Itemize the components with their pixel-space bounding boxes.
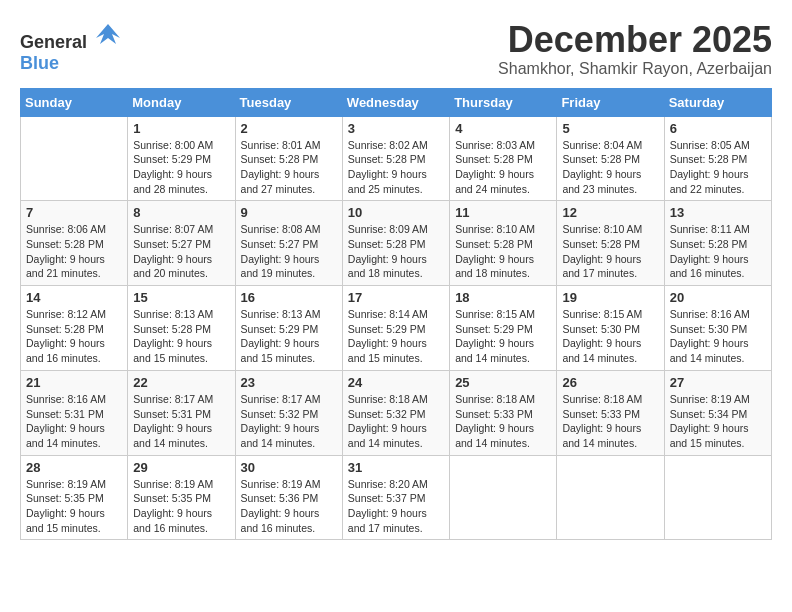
day-info: Sunrise: 8:08 AMSunset: 5:27 PMDaylight:…	[241, 222, 337, 281]
calendar-cell: 29Sunrise: 8:19 AMSunset: 5:35 PMDayligh…	[128, 455, 235, 540]
day-info: Sunrise: 8:07 AMSunset: 5:27 PMDaylight:…	[133, 222, 229, 281]
day-number: 22	[133, 375, 229, 390]
calendar-header-row: SundayMondayTuesdayWednesdayThursdayFrid…	[21, 88, 772, 116]
logo-text: General Blue	[20, 20, 122, 74]
svg-marker-0	[96, 24, 120, 44]
calendar-cell	[450, 455, 557, 540]
calendar-cell: 5Sunrise: 8:04 AMSunset: 5:28 PMDaylight…	[557, 116, 664, 201]
header-day-tuesday: Tuesday	[235, 88, 342, 116]
day-info: Sunrise: 8:20 AMSunset: 5:37 PMDaylight:…	[348, 477, 444, 536]
header-day-friday: Friday	[557, 88, 664, 116]
day-number: 9	[241, 205, 337, 220]
page-header: General Blue December 2025 Shamkhor, Sha…	[20, 20, 772, 78]
calendar-table: SundayMondayTuesdayWednesdayThursdayFrid…	[20, 88, 772, 541]
calendar-cell: 25Sunrise: 8:18 AMSunset: 5:33 PMDayligh…	[450, 370, 557, 455]
calendar-cell: 26Sunrise: 8:18 AMSunset: 5:33 PMDayligh…	[557, 370, 664, 455]
day-number: 25	[455, 375, 551, 390]
day-number: 11	[455, 205, 551, 220]
day-info: Sunrise: 8:16 AMSunset: 5:30 PMDaylight:…	[670, 307, 766, 366]
day-info: Sunrise: 8:17 AMSunset: 5:32 PMDaylight:…	[241, 392, 337, 451]
calendar-cell: 23Sunrise: 8:17 AMSunset: 5:32 PMDayligh…	[235, 370, 342, 455]
day-info: Sunrise: 8:06 AMSunset: 5:28 PMDaylight:…	[26, 222, 122, 281]
day-number: 5	[562, 121, 658, 136]
title-block: December 2025 Shamkhor, Shamkir Rayon, A…	[498, 20, 772, 78]
day-number: 24	[348, 375, 444, 390]
day-number: 4	[455, 121, 551, 136]
calendar-week-row: 1Sunrise: 8:00 AMSunset: 5:29 PMDaylight…	[21, 116, 772, 201]
day-number: 7	[26, 205, 122, 220]
day-info: Sunrise: 8:13 AMSunset: 5:28 PMDaylight:…	[133, 307, 229, 366]
calendar-cell	[664, 455, 771, 540]
day-number: 13	[670, 205, 766, 220]
day-number: 8	[133, 205, 229, 220]
calendar-cell: 9Sunrise: 8:08 AMSunset: 5:27 PMDaylight…	[235, 201, 342, 286]
day-number: 18	[455, 290, 551, 305]
day-info: Sunrise: 8:16 AMSunset: 5:31 PMDaylight:…	[26, 392, 122, 451]
calendar-cell: 3Sunrise: 8:02 AMSunset: 5:28 PMDaylight…	[342, 116, 449, 201]
location-subtitle: Shamkhor, Shamkir Rayon, Azerbaijan	[498, 60, 772, 78]
day-number: 14	[26, 290, 122, 305]
calendar-cell: 27Sunrise: 8:19 AMSunset: 5:34 PMDayligh…	[664, 370, 771, 455]
day-number: 12	[562, 205, 658, 220]
day-number: 20	[670, 290, 766, 305]
calendar-cell: 4Sunrise: 8:03 AMSunset: 5:28 PMDaylight…	[450, 116, 557, 201]
logo: General Blue	[20, 20, 122, 74]
day-number: 6	[670, 121, 766, 136]
calendar-cell: 20Sunrise: 8:16 AMSunset: 5:30 PMDayligh…	[664, 286, 771, 371]
day-number: 28	[26, 460, 122, 475]
calendar-cell: 15Sunrise: 8:13 AMSunset: 5:28 PMDayligh…	[128, 286, 235, 371]
calendar-cell: 12Sunrise: 8:10 AMSunset: 5:28 PMDayligh…	[557, 201, 664, 286]
day-info: Sunrise: 8:03 AMSunset: 5:28 PMDaylight:…	[455, 138, 551, 197]
calendar-cell: 31Sunrise: 8:20 AMSunset: 5:37 PMDayligh…	[342, 455, 449, 540]
day-info: Sunrise: 8:15 AMSunset: 5:30 PMDaylight:…	[562, 307, 658, 366]
day-number: 15	[133, 290, 229, 305]
day-info: Sunrise: 8:17 AMSunset: 5:31 PMDaylight:…	[133, 392, 229, 451]
calendar-cell: 24Sunrise: 8:18 AMSunset: 5:32 PMDayligh…	[342, 370, 449, 455]
header-day-wednesday: Wednesday	[342, 88, 449, 116]
header-day-thursday: Thursday	[450, 88, 557, 116]
day-number: 17	[348, 290, 444, 305]
logo-blue: Blue	[20, 53, 59, 73]
day-info: Sunrise: 8:10 AMSunset: 5:28 PMDaylight:…	[455, 222, 551, 281]
day-info: Sunrise: 8:15 AMSunset: 5:29 PMDaylight:…	[455, 307, 551, 366]
calendar-cell: 22Sunrise: 8:17 AMSunset: 5:31 PMDayligh…	[128, 370, 235, 455]
day-info: Sunrise: 8:19 AMSunset: 5:36 PMDaylight:…	[241, 477, 337, 536]
day-info: Sunrise: 8:19 AMSunset: 5:34 PMDaylight:…	[670, 392, 766, 451]
calendar-week-row: 21Sunrise: 8:16 AMSunset: 5:31 PMDayligh…	[21, 370, 772, 455]
calendar-cell: 1Sunrise: 8:00 AMSunset: 5:29 PMDaylight…	[128, 116, 235, 201]
day-number: 26	[562, 375, 658, 390]
day-info: Sunrise: 8:05 AMSunset: 5:28 PMDaylight:…	[670, 138, 766, 197]
calendar-week-row: 14Sunrise: 8:12 AMSunset: 5:28 PMDayligh…	[21, 286, 772, 371]
header-day-sunday: Sunday	[21, 88, 128, 116]
calendar-cell: 11Sunrise: 8:10 AMSunset: 5:28 PMDayligh…	[450, 201, 557, 286]
day-number: 16	[241, 290, 337, 305]
calendar-cell: 10Sunrise: 8:09 AMSunset: 5:28 PMDayligh…	[342, 201, 449, 286]
calendar-cell	[21, 116, 128, 201]
calendar-cell: 13Sunrise: 8:11 AMSunset: 5:28 PMDayligh…	[664, 201, 771, 286]
day-number: 21	[26, 375, 122, 390]
day-info: Sunrise: 8:01 AMSunset: 5:28 PMDaylight:…	[241, 138, 337, 197]
day-info: Sunrise: 8:13 AMSunset: 5:29 PMDaylight:…	[241, 307, 337, 366]
logo-bird-icon	[94, 20, 122, 48]
calendar-cell: 7Sunrise: 8:06 AMSunset: 5:28 PMDaylight…	[21, 201, 128, 286]
day-info: Sunrise: 8:18 AMSunset: 5:33 PMDaylight:…	[455, 392, 551, 451]
calendar-cell: 28Sunrise: 8:19 AMSunset: 5:35 PMDayligh…	[21, 455, 128, 540]
day-info: Sunrise: 8:09 AMSunset: 5:28 PMDaylight:…	[348, 222, 444, 281]
calendar-week-row: 7Sunrise: 8:06 AMSunset: 5:28 PMDaylight…	[21, 201, 772, 286]
day-info: Sunrise: 8:00 AMSunset: 5:29 PMDaylight:…	[133, 138, 229, 197]
day-info: Sunrise: 8:11 AMSunset: 5:28 PMDaylight:…	[670, 222, 766, 281]
calendar-week-row: 28Sunrise: 8:19 AMSunset: 5:35 PMDayligh…	[21, 455, 772, 540]
day-number: 2	[241, 121, 337, 136]
month-title: December 2025	[498, 20, 772, 60]
day-info: Sunrise: 8:04 AMSunset: 5:28 PMDaylight:…	[562, 138, 658, 197]
day-number: 27	[670, 375, 766, 390]
day-number: 10	[348, 205, 444, 220]
logo-general: General	[20, 32, 87, 52]
day-info: Sunrise: 8:19 AMSunset: 5:35 PMDaylight:…	[26, 477, 122, 536]
calendar-cell: 30Sunrise: 8:19 AMSunset: 5:36 PMDayligh…	[235, 455, 342, 540]
day-info: Sunrise: 8:19 AMSunset: 5:35 PMDaylight:…	[133, 477, 229, 536]
day-number: 23	[241, 375, 337, 390]
day-number: 31	[348, 460, 444, 475]
day-info: Sunrise: 8:18 AMSunset: 5:33 PMDaylight:…	[562, 392, 658, 451]
day-info: Sunrise: 8:12 AMSunset: 5:28 PMDaylight:…	[26, 307, 122, 366]
